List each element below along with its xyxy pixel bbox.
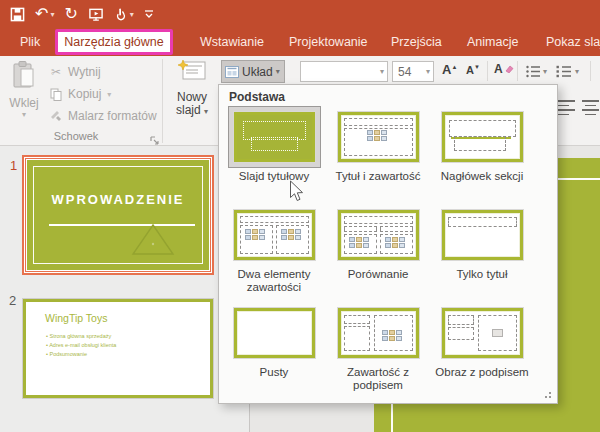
separator — [590, 61, 591, 81]
tab-animacje[interactable]: Animacje — [467, 28, 518, 56]
font-size-caret-icon[interactable]: ▾ — [423, 67, 433, 76]
layout-item-tytul-i-zawartosc[interactable]: Tytuł i zawartość — [326, 106, 430, 204]
quick-access-toolbar: ↶▾ ↻ ▾ — [0, 0, 600, 28]
customize-toolbar-icon[interactable] — [144, 3, 154, 25]
mouse-cursor — [289, 180, 304, 206]
separator — [517, 61, 518, 81]
format-painter-icon — [47, 110, 65, 122]
copy-icon — [47, 88, 65, 101]
layout-item-zawartosc-z-podpisem[interactable]: Zawartość z podpisem — [326, 302, 430, 400]
bullet-list-caret-icon[interactable]: ▾ — [543, 67, 547, 76]
slide-2-title: WingTip Toys — [45, 312, 107, 324]
font-size-combobox[interactable]: 54 ▾ — [392, 61, 434, 82]
layout-item-obraz-z-podpisem[interactable]: Obraz z podpisem — [430, 302, 534, 400]
powerpoint-window: ↶▾ ↻ ▾ Plik Narzędzia główne Wstawianie … — [0, 0, 600, 432]
tab-pokaz-slajdow[interactable]: Pokaz slajdów — [546, 28, 600, 56]
touch-mouse-mode-icon[interactable]: ▾ — [114, 3, 134, 25]
tab-narzedzia-glowne[interactable]: Narzędzia główne — [55, 29, 173, 55]
clipboard-group-label: Schowek — [0, 130, 152, 142]
layout-gallery-dropdown: Podstawa Slajd tytułowy Tytuł i zawartoś… — [218, 84, 558, 404]
copy-caret-icon[interactable]: ▾ — [107, 90, 111, 99]
separator — [487, 61, 488, 81]
tab-przejscia[interactable]: Przejścia — [391, 28, 442, 56]
ribbon-tab-bar: Plik Narzędzia główne Wstawianie Projekt… — [0, 28, 600, 56]
layout-button[interactable]: Układ▾ — [221, 60, 285, 83]
numbered-list-caret-icon[interactable]: ▾ — [575, 67, 579, 76]
clipboard-icon — [11, 60, 37, 90]
copy-button[interactable]: Kopiuj ▾ — [47, 84, 111, 104]
layout-item-tylko-tytul[interactable]: Tylko tytuł — [430, 204, 534, 302]
redo-icon[interactable]: ↻ — [64, 3, 77, 25]
increase-font-size-button[interactable]: A▲ — [442, 62, 457, 77]
tab-projektowanie[interactable]: Projektowanie — [289, 28, 368, 56]
font-name-combobox[interactable]: ▾ — [300, 61, 388, 82]
slide-1-triangle-shape — [129, 218, 177, 256]
paste-caret-icon[interactable]: ▾ — [4, 110, 44, 119]
layout-item-slajd-tytulowy[interactable]: Slajd tytułowy — [222, 106, 326, 204]
layout-icon — [225, 66, 239, 78]
layout-gallery-grid: Slajd tytułowy Tytuł i zawartość Nagłówe… — [222, 106, 534, 400]
slide-2-number: 2 — [9, 293, 16, 308]
bullet-list-button[interactable] — [526, 64, 541, 82]
dropdown-resize-grip[interactable] — [544, 391, 552, 399]
decrease-font-size-button[interactable]: A▼ — [466, 64, 480, 76]
slide-2-bullets: Strona główna sprzedaży Adres e-mail obs… — [46, 332, 116, 359]
layout-caret-icon: ▾ — [276, 67, 280, 76]
new-slide-caret-icon: ▾ — [204, 107, 208, 116]
start-slideshow-icon[interactable] — [88, 3, 104, 25]
slide-1-thumbnail[interactable]: WPROWADZENIE — [22, 155, 214, 275]
slide-2-thumbnail[interactable]: WingTip Toys Strona główna sprzedaży Adr… — [22, 298, 214, 399]
slide-1-title: WPROWADZENIE — [27, 192, 209, 207]
save-icon[interactable] — [10, 3, 25, 25]
align-center-icon[interactable] — [582, 100, 599, 115]
undo-icon[interactable]: ↶▾ — [35, 3, 54, 25]
paste-button[interactable]: Wklej ▾ — [4, 60, 44, 136]
new-slide-icon — [177, 59, 207, 85]
layout-gallery-header: Podstawa — [229, 90, 285, 104]
tab-narzedzia-glowne-label: Narzędzia główne — [64, 35, 163, 49]
scissors-icon: ✂ — [47, 65, 65, 79]
tab-plik[interactable]: Plik — [20, 28, 40, 56]
slide-thumbnails-panel: 1 WPROWADZENIE 2 WingTip Toys Stron — [0, 146, 250, 432]
numbered-list-button[interactable] — [556, 64, 572, 82]
undo-caret-icon[interactable]: ▾ — [50, 10, 54, 19]
picture-icon — [492, 329, 503, 337]
align-left-icon[interactable] — [558, 100, 575, 115]
layout-item-naglowek-sekcji[interactable]: Nagłówek sekcji — [430, 106, 534, 204]
tab-wstawianie[interactable]: Wstawianie — [200, 28, 264, 56]
paste-label: Wklej — [4, 96, 44, 110]
group-separator — [162, 59, 163, 143]
layout-item-porownanie[interactable]: Porównanie — [326, 204, 430, 302]
cut-button[interactable]: ✂ Wytnij — [47, 62, 101, 82]
format-painter-button[interactable]: Malarz formatów — [47, 106, 157, 126]
layout-item-dwa-elementy-zawartosci[interactable]: Dwa elementy zawartości — [222, 204, 326, 302]
new-slide-button[interactable]: Nowy slajd ▾ — [166, 59, 218, 139]
layout-item-pusty[interactable]: Pusty — [222, 302, 326, 400]
font-name-caret-icon[interactable]: ▾ — [377, 67, 387, 76]
clear-formatting-button[interactable]: A — [494, 62, 514, 76]
slide-1-number: 1 — [10, 158, 17, 173]
touch-mode-caret-icon[interactable]: ▾ — [130, 10, 134, 19]
